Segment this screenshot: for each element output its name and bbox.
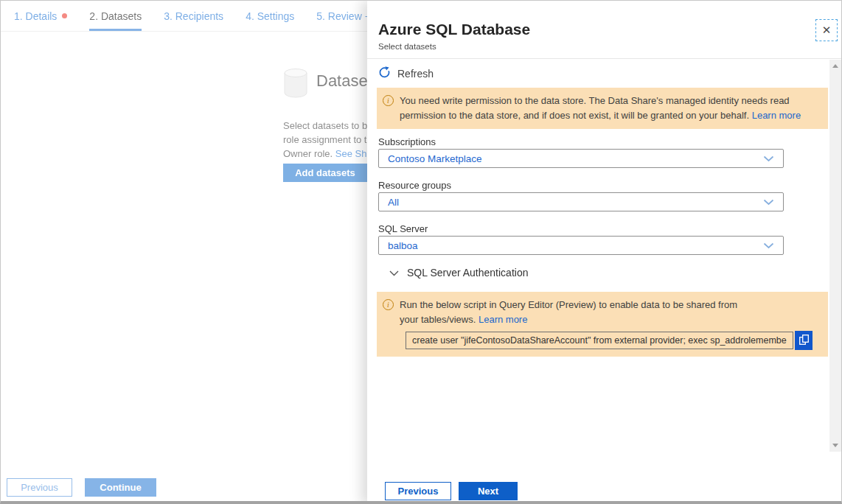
permission-learn-more-link[interactable]: Learn more: [752, 110, 801, 121]
subscriptions-label: Subscriptions: [378, 136, 436, 147]
tab-recipients[interactable]: 3. Recipients: [164, 1, 223, 31]
script-learn-more-link[interactable]: Learn more: [479, 314, 527, 325]
tab-datasets[interactable]: 2. Datasets: [89, 1, 142, 31]
refresh-icon: [378, 66, 391, 81]
tab-settings[interactable]: 4. Settings: [246, 1, 294, 31]
permission-banner-text: You need write permission to the data st…: [400, 94, 821, 122]
resource-groups-dropdown[interactable]: All: [378, 192, 784, 211]
description-line-2: role assignment to t: [283, 134, 366, 145]
app-window: 1. Details 2. Datasets 3. Recipients 4. …: [0, 0, 842, 504]
panel-previous-button[interactable]: Previous: [385, 482, 451, 500]
info-icon: i: [383, 299, 394, 310]
chevron-down-icon: [763, 240, 774, 251]
header-divider: [367, 58, 842, 59]
resource-groups-value: All: [388, 197, 399, 208]
tab-details[interactable]: 1. Details: [14, 1, 67, 31]
datasets-description: Select datasets to be role assignment to…: [283, 119, 372, 161]
panel-title: Azure SQL Database: [378, 21, 530, 38]
copy-script-button[interactable]: [795, 331, 813, 350]
panel-subtitle: Select datasets: [378, 42, 436, 51]
script-info-banner: i Run the below script in Query Editor (…: [377, 292, 828, 357]
sql-server-dropdown[interactable]: balboa: [378, 236, 784, 255]
subscriptions-value: Contoso Marketplace: [388, 153, 482, 164]
sql-server-authentication-expander[interactable]: SQL Server Authentication: [389, 267, 528, 279]
script-banner-text: Run the below script in Query Editor (Pr…: [400, 298, 752, 326]
tab-details-label: 1. Details: [14, 10, 57, 22]
tab-datasets-label: 2. Datasets: [89, 10, 142, 22]
script-row: [406, 331, 821, 350]
validation-error-dot: [62, 13, 67, 18]
sql-server-value: balboa: [388, 240, 418, 251]
copy-icon: [798, 334, 810, 348]
refresh-label: Refresh: [397, 68, 434, 80]
wizard-continue-button[interactable]: Continue: [85, 478, 156, 497]
sql-server-authentication-label: SQL Server Authentication: [407, 267, 528, 279]
description-line-1: Select datasets to be: [283, 120, 372, 131]
chevron-down-icon: [389, 267, 399, 279]
subscriptions-dropdown[interactable]: Contoso Marketplace: [378, 149, 784, 168]
description-line-3: Owner role.: [283, 148, 335, 159]
chevron-down-icon: [763, 153, 774, 164]
script-input[interactable]: [406, 332, 793, 349]
wizard-footer: Previous Continue: [7, 478, 156, 497]
wizard-previous-button[interactable]: Previous: [7, 478, 72, 497]
close-icon: ✕: [822, 24, 832, 36]
info-icon: i: [383, 95, 394, 106]
add-datasets-button[interactable]: Add datasets: [283, 164, 367, 182]
chevron-down-icon: [763, 197, 774, 208]
panel-next-button[interactable]: Next: [459, 482, 518, 500]
refresh-button[interactable]: Refresh: [378, 66, 434, 81]
permission-info-banner: i You need write permission to the data …: [377, 88, 828, 129]
panel-scrollbar[interactable]: [829, 60, 841, 452]
tab-settings-label: 4. Settings: [246, 10, 294, 22]
tab-recipients-label: 3. Recipients: [164, 10, 223, 22]
resource-groups-label: Resource groups: [378, 180, 451, 191]
sql-server-label: SQL Server: [378, 223, 428, 234]
close-button[interactable]: ✕: [815, 19, 838, 41]
scroll-up-arrow-icon[interactable]: [832, 64, 838, 68]
azure-sql-database-panel: Azure SQL Database Select datasets ✕ Ref…: [367, 1, 842, 504]
scroll-down-arrow-icon[interactable]: [832, 444, 838, 447]
database-cylinder-icon: [283, 69, 308, 101]
